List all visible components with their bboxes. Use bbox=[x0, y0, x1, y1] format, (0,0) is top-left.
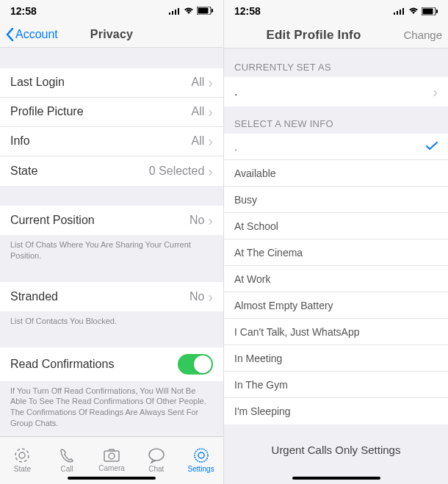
footnote-stranded: List Of Contacts You Blocked. bbox=[0, 311, 223, 334]
info-option[interactable]: I'm Sleeping bbox=[224, 398, 448, 425]
info-option[interactable]: In The Gym bbox=[224, 372, 448, 398]
change-button[interactable]: Change bbox=[403, 29, 442, 41]
row-value: All bbox=[192, 105, 205, 118]
row-label: Stranded bbox=[10, 290, 58, 303]
chevron-right-icon: › bbox=[208, 289, 213, 304]
info-option[interactable]: Available bbox=[224, 160, 448, 187]
option-label: In The Gym bbox=[234, 379, 288, 391]
current-value: . bbox=[234, 85, 237, 98]
info-option[interactable]: Busy bbox=[224, 187, 448, 213]
home-indicator[interactable] bbox=[68, 477, 156, 480]
edit-info-screen: 12:58 Edit Profile Info Change CURRENTLY… bbox=[224, 0, 448, 484]
svg-rect-15 bbox=[397, 11, 398, 15]
signal-icon bbox=[394, 7, 405, 15]
privacy-list: Last Login All› Profile Picture All› Inf… bbox=[0, 68, 223, 186]
svg-rect-2 bbox=[175, 10, 176, 15]
status-bar: 12:58 bbox=[224, 0, 448, 22]
info-option[interactable]: In Meeting bbox=[224, 345, 448, 372]
svg-point-11 bbox=[149, 449, 164, 460]
camera-icon bbox=[103, 448, 120, 463]
footnote-position: List Of Chats Where You Are Sharing Your… bbox=[0, 235, 223, 269]
option-label: At Work bbox=[234, 273, 271, 285]
tab-state[interactable]: State bbox=[0, 437, 45, 484]
svg-rect-0 bbox=[169, 12, 170, 15]
battery-icon bbox=[197, 7, 213, 15]
row-value: No bbox=[189, 290, 204, 303]
info-option[interactable]: At School bbox=[224, 213, 448, 239]
wifi-icon bbox=[184, 7, 194, 15]
row-value: All bbox=[192, 76, 205, 89]
battery-icon bbox=[422, 7, 438, 15]
row-last-login[interactable]: Last Login All› bbox=[0, 68, 223, 98]
status-icon bbox=[14, 447, 30, 463]
row-stranded[interactable]: Stranded No› bbox=[0, 282, 223, 311]
tab-label: Camera bbox=[98, 464, 125, 472]
svg-rect-1 bbox=[172, 11, 173, 15]
phone-icon bbox=[59, 447, 75, 463]
chevron-right-icon: › bbox=[208, 104, 213, 119]
check-icon bbox=[426, 140, 438, 153]
row-label: Info bbox=[10, 134, 30, 148]
tab-label: State bbox=[14, 465, 31, 473]
chat-icon bbox=[148, 447, 165, 463]
svg-rect-17 bbox=[402, 8, 404, 15]
info-option[interactable]: At Work bbox=[224, 266, 448, 292]
tab-label: Chat bbox=[148, 465, 164, 473]
row-read-confirmations: Read Confirmations bbox=[0, 347, 223, 381]
tab-label: Settings bbox=[188, 465, 214, 473]
bottom-label: Urgent Calls Only Settings bbox=[224, 444, 448, 456]
footnote-readconf: If You Turn Off Read Confirmations, You … bbox=[0, 381, 223, 436]
row-label: Last Login bbox=[10, 76, 65, 89]
status-bar: 12:58 bbox=[0, 0, 223, 22]
svg-point-13 bbox=[198, 452, 204, 458]
wifi-icon bbox=[408, 7, 419, 15]
tab-settings[interactable]: Settings bbox=[178, 437, 223, 484]
chevron-right-icon: › bbox=[208, 213, 213, 228]
chevron-right-icon: › bbox=[208, 75, 213, 90]
svg-rect-5 bbox=[198, 8, 209, 14]
tab-label: Call bbox=[61, 465, 73, 473]
option-label: I'm Sleeping bbox=[234, 405, 291, 417]
navbar: Edit Profile Info Change bbox=[224, 22, 448, 48]
read-confirmations-toggle[interactable] bbox=[178, 354, 213, 375]
chevron-right-icon: › bbox=[208, 134, 213, 148]
row-current-position[interactable]: Current Position No› bbox=[0, 206, 223, 235]
option-label: Available bbox=[234, 167, 276, 179]
row-label: Read Confirmations bbox=[10, 358, 114, 371]
row-label: Current Position bbox=[10, 214, 95, 227]
home-indicator[interactable] bbox=[292, 477, 380, 480]
svg-point-12 bbox=[195, 449, 208, 462]
row-label: Profile Picture bbox=[10, 105, 84, 118]
info-options-list: . Available Busy At School At The Cinema… bbox=[224, 134, 448, 425]
option-label: I Can't Talk, Just WhatsApp bbox=[234, 326, 360, 338]
svg-rect-14 bbox=[394, 12, 395, 15]
section-header-current: CURRENTLY SET AS bbox=[224, 48, 448, 77]
info-option[interactable]: Almost Empty Battery bbox=[224, 292, 448, 319]
svg-rect-9 bbox=[104, 451, 119, 461]
row-info[interactable]: Info All› bbox=[0, 127, 223, 156]
back-label: Account bbox=[15, 28, 58, 41]
row-value: All bbox=[192, 134, 205, 148]
privacy-screen: 12:58 Account Privacy Last Login All› Pr… bbox=[0, 0, 224, 484]
option-label: . bbox=[234, 141, 237, 153]
svg-point-7 bbox=[15, 449, 29, 462]
row-profile-picture[interactable]: Profile Picture All› bbox=[0, 98, 223, 127]
status-icons bbox=[394, 7, 438, 15]
info-option[interactable]: I Can't Talk, Just WhatsApp bbox=[224, 319, 448, 345]
svg-rect-19 bbox=[423, 8, 433, 14]
signal-icon bbox=[169, 7, 181, 15]
row-label: State bbox=[10, 165, 37, 178]
row-current-info[interactable]: . › bbox=[224, 77, 448, 106]
status-icons bbox=[169, 7, 213, 15]
info-option[interactable]: . bbox=[224, 134, 448, 160]
option-label: In Meeting bbox=[234, 353, 282, 364]
row-state[interactable]: State 0 Selected› bbox=[0, 156, 223, 186]
clock: 12:58 bbox=[234, 5, 261, 17]
back-button[interactable]: Account bbox=[6, 28, 58, 41]
svg-rect-20 bbox=[436, 10, 438, 13]
svg-rect-3 bbox=[178, 8, 179, 15]
page-title: Edit Profile Info bbox=[266, 28, 361, 43]
info-option[interactable]: At The Cinema bbox=[224, 239, 448, 266]
svg-point-8 bbox=[19, 452, 25, 458]
page-title: Privacy bbox=[90, 28, 133, 41]
